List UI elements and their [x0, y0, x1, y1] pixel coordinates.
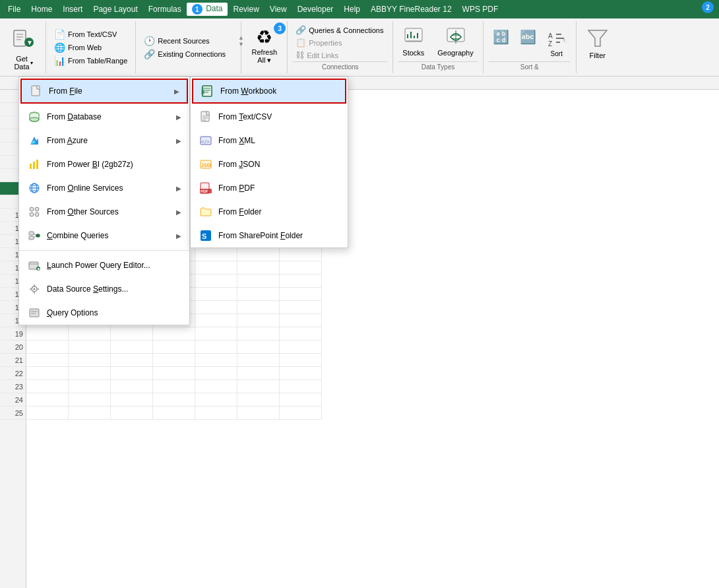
cell-14-6[interactable]: [280, 261, 322, 275]
from-online-services-item[interactable]: From Online Services ▶: [19, 176, 189, 200]
cell-21-1[interactable]: [69, 354, 111, 367]
cell-16-4[interactable]: [195, 288, 237, 301]
cell-20-3[interactable]: [153, 341, 195, 354]
cell-24-6[interactable]: [280, 393, 322, 407]
cell-16-6[interactable]: [280, 288, 322, 301]
from-file-item[interactable]: From File ▶: [20, 79, 188, 104]
cell-18-5[interactable]: [237, 314, 280, 327]
combine-queries-item[interactable]: Combine Queries ▶: [19, 224, 189, 247]
from-sharepoint-folder-item[interactable]: S From SharePoint Folder: [191, 224, 348, 247]
cell-25-6[interactable]: [280, 407, 322, 420]
cell-23-4[interactable]: [195, 380, 237, 393]
from-folder-item[interactable]: From Folder: [191, 200, 348, 224]
sort-asc-button[interactable]: 🔡: [489, 26, 513, 60]
from-text-csv-sub-item[interactable]: From Text/CSV: [191, 105, 348, 129]
cell-22-2[interactable]: [111, 367, 153, 380]
cell-16-5[interactable]: [237, 288, 280, 301]
menu-item-home[interactable]: Home: [26, 3, 57, 15]
from-other-sources-item[interactable]: From Other Sources ▶: [19, 200, 189, 224]
cell-17-4[interactable]: [195, 301, 237, 314]
cell-22-1[interactable]: [69, 367, 111, 380]
menu-item-view[interactable]: View: [265, 3, 292, 15]
cell-15-6[interactable]: [280, 275, 322, 288]
cell-24-4[interactable]: [195, 393, 237, 407]
queries-connections-button[interactable]: 🔗 Queries & Connections: [293, 24, 387, 36]
from-xml-item[interactable]: </> From XML: [191, 129, 348, 152]
edit-links-button[interactable]: ⛓ Edit Links: [293, 49, 387, 61]
from-text-csv-ribbon-button[interactable]: 📄 From Text/CSV: [51, 28, 130, 41]
cell-15-5[interactable]: [237, 275, 280, 288]
menu-item-developer[interactable]: Developer: [292, 3, 339, 15]
cell-25-5[interactable]: [237, 407, 280, 420]
menu-item-help[interactable]: Help: [338, 3, 365, 15]
cell-23-2[interactable]: [111, 380, 153, 393]
cell-23-6[interactable]: [280, 380, 322, 393]
recent-sources-button[interactable]: 🕐 Recent Sources: [141, 34, 235, 48]
cell-20-2[interactable]: [111, 341, 153, 354]
cell-14-4[interactable]: [195, 261, 237, 275]
from-database-item[interactable]: From Database ▶: [19, 105, 189, 129]
from-workbook-item[interactable]: X From Workbook: [192, 79, 346, 104]
cell-14-5[interactable]: [237, 261, 280, 275]
menu-item-abbyy[interactable]: ABBYY FineReader 12: [365, 3, 457, 15]
cell-19-0[interactable]: [26, 327, 69, 341]
get-data-button[interactable]: ▼ Get Data ▾: [6, 24, 40, 73]
cell-17-5[interactable]: [237, 301, 280, 314]
geography-button[interactable]: Geography: [433, 24, 477, 59]
query-options-item[interactable]: Query Options: [19, 301, 189, 325]
cell-25-0[interactable]: [26, 407, 69, 420]
cell-24-0[interactable]: [26, 393, 69, 407]
cell-22-3[interactable]: [153, 367, 195, 380]
cell-13-4[interactable]: [195, 248, 237, 261]
menu-item-page-layout[interactable]: Page Layout: [88, 3, 142, 15]
cell-19-5[interactable]: [237, 327, 280, 341]
cell-19-3[interactable]: [153, 327, 195, 341]
cell-21-0[interactable]: [26, 354, 69, 367]
sort-button[interactable]: A Z ↑↓ Sort: [543, 26, 571, 60]
cell-18-4[interactable]: [195, 314, 237, 327]
cell-23-5[interactable]: [237, 380, 280, 393]
cell-23-3[interactable]: [153, 380, 195, 393]
cell-24-3[interactable]: [153, 393, 195, 407]
cell-21-2[interactable]: [111, 354, 153, 367]
cell-23-0[interactable]: [26, 380, 69, 393]
cell-19-4[interactable]: [195, 327, 237, 341]
menu-item-data[interactable]: 1 Data: [187, 3, 228, 16]
filter-button[interactable]: Filter: [582, 24, 613, 62]
cell-25-2[interactable]: [111, 407, 153, 420]
from-table-range-ribbon-button[interactable]: 📊 From Table/Range: [51, 54, 130, 67]
from-web-ribbon-button[interactable]: 🌐 From Web: [51, 41, 130, 54]
cell-15-4[interactable]: [195, 275, 237, 288]
cell-18-6[interactable]: [280, 314, 322, 327]
cell-25-1[interactable]: [69, 407, 111, 420]
cell-22-5[interactable]: [237, 367, 280, 380]
cell-25-3[interactable]: [153, 407, 195, 420]
cell-20-1[interactable]: [69, 341, 111, 354]
cell-19-6[interactable]: [280, 327, 322, 341]
cell-21-6[interactable]: [280, 354, 322, 367]
cell-22-0[interactable]: [26, 367, 69, 380]
cell-22-4[interactable]: [195, 367, 237, 380]
menu-item-formulas[interactable]: Formulas: [143, 3, 187, 15]
menu-item-file[interactable]: File: [3, 3, 26, 15]
from-azure-item[interactable]: From Azure ▶: [19, 129, 189, 152]
from-json-item[interactable]: JSON From JSON: [191, 152, 348, 176]
cell-17-6[interactable]: [280, 301, 322, 314]
cell-20-4[interactable]: [195, 341, 237, 354]
menu-item-wps[interactable]: WPS PDF: [457, 3, 504, 15]
properties-button[interactable]: 📋 Properties: [293, 36, 387, 49]
cell-20-0[interactable]: [26, 341, 69, 354]
cell-19-1[interactable]: [69, 327, 111, 341]
cell-24-5[interactable]: [237, 393, 280, 407]
cell-20-6[interactable]: [280, 341, 322, 354]
existing-connections-button[interactable]: 🔗 Existing Connections: [141, 48, 235, 61]
launch-power-query-item[interactable]: ▶ Launch Power Query Editor...: [19, 253, 189, 277]
cell-24-2[interactable]: [111, 393, 153, 407]
cell-21-4[interactable]: [195, 354, 237, 367]
cell-21-5[interactable]: [237, 354, 280, 367]
menu-item-insert[interactable]: Insert: [57, 3, 88, 15]
cell-13-6[interactable]: [280, 248, 322, 261]
cell-19-2[interactable]: [111, 327, 153, 341]
cell-21-3[interactable]: [153, 354, 195, 367]
sort-desc-button[interactable]: 🔤: [516, 26, 540, 60]
